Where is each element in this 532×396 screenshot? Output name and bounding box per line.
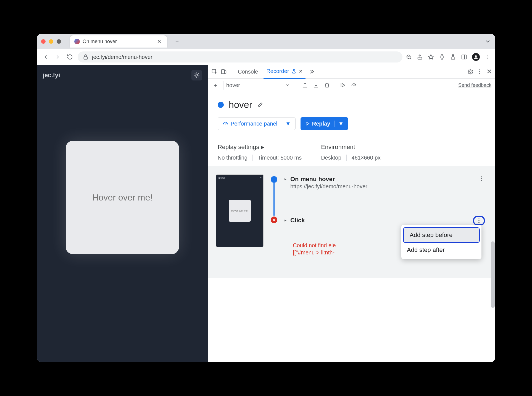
replay-settings-toggle[interactable]: Replay settings ▸: [218, 144, 302, 151]
svg-line-20: [198, 74, 198, 74]
recording-name: hover: [226, 82, 240, 88]
tabs-dropdown-icon[interactable]: [485, 38, 491, 45]
recorder-toolbar: ＋ hover Send feedback: [208, 79, 495, 92]
settings-icon[interactable]: [467, 68, 474, 75]
timeout-value: Timeout: 5000 ms: [258, 155, 302, 161]
device-toolbar-icon[interactable]: [220, 68, 227, 75]
edit-title-button[interactable]: [257, 102, 263, 108]
close-window-icon[interactable]: [41, 39, 46, 44]
new-recording-button[interactable]: ＋: [212, 82, 219, 88]
omnibox[interactable]: jec.fyi/demo/menu-hover: [78, 51, 402, 62]
svg-point-25: [479, 69, 480, 71]
tab-strip: On menu hover ✕ ＋: [37, 34, 495, 49]
hover-card[interactable]: Hover over me!: [66, 141, 179, 254]
step-thumbnail: jec.fyi ☀ Hover over me!: [216, 174, 264, 247]
zoom-icon[interactable]: [406, 54, 412, 60]
svg-line-2: [410, 58, 411, 59]
svg-line-18: [198, 77, 198, 77]
address-bar: jec.fyi/demo/menu-hover: [37, 49, 495, 65]
replay-button[interactable]: Replay ▼: [301, 117, 348, 130]
page-site-title: jec.fyi: [43, 72, 60, 79]
tab-console[interactable]: Console: [235, 65, 261, 78]
close-tab-icon[interactable]: ✕: [156, 37, 163, 46]
svg-point-10: [488, 57, 488, 58]
svg-line-17: [195, 74, 195, 74]
svg-point-26: [479, 71, 480, 72]
hover-card-text: Hover over me!: [92, 192, 153, 203]
step-dot-error-icon: ✕: [271, 217, 277, 223]
back-button[interactable]: [41, 53, 50, 61]
caret-right-icon: ▸: [285, 177, 286, 181]
menu-item-add-step-after[interactable]: Add step after: [401, 243, 481, 257]
labs-icon[interactable]: [450, 54, 456, 60]
svg-marker-31: [342, 84, 345, 87]
timeline: ✕: [269, 174, 279, 256]
close-recorder-tab-icon[interactable]: ✕: [299, 68, 303, 74]
profile-avatar[interactable]: [472, 53, 480, 61]
recording-title: hover: [229, 99, 252, 110]
step-menu-button[interactable]: [473, 216, 485, 225]
svg-line-19: [195, 77, 195, 77]
bookmark-icon[interactable]: [428, 54, 434, 60]
import-icon[interactable]: [313, 82, 319, 88]
side-panel-icon[interactable]: [461, 54, 467, 60]
inspect-icon[interactable]: [211, 68, 218, 75]
more-tabs-icon[interactable]: [308, 68, 315, 75]
settings-section: Replay settings ▸ No throttling Timeout:…: [208, 138, 495, 167]
svg-point-11: [488, 58, 488, 59]
tab-recorder[interactable]: Recorder ✕: [264, 65, 305, 79]
page-viewport: jec.fyi Hover over me!: [37, 65, 208, 362]
recording-selector[interactable]: hover: [223, 81, 293, 90]
svg-point-9: [488, 55, 488, 56]
svg-marker-5: [428, 54, 433, 59]
step-context-menu: Add step before Add step after: [401, 225, 481, 259]
maximize-window-icon[interactable]: [57, 39, 61, 44]
browser-tab[interactable]: On menu hover ✕: [70, 35, 167, 48]
window-controls: [41, 39, 61, 44]
scrollbar-thumb[interactable]: [491, 241, 495, 308]
devtools-panel: Console Recorder ✕ ✕ ＋ hover: [208, 65, 495, 362]
share-icon[interactable]: [417, 54, 423, 60]
chevron-down-icon[interactable]: ▼: [335, 121, 344, 127]
svg-point-38: [481, 180, 482, 181]
slow-replay-icon[interactable]: [351, 82, 357, 88]
step-item-click[interactable]: ▸ Click: [285, 216, 488, 225]
recorder-body: hover Performance panel ▼ Replay ▼: [208, 92, 495, 362]
theme-toggle-button[interactable]: [191, 70, 202, 80]
device-value: Desktop: [321, 155, 341, 161]
forward-button[interactable]: [53, 53, 62, 61]
step-dot-success-icon: [271, 176, 277, 183]
step-menu-button[interactable]: [479, 176, 485, 182]
svg-point-36: [481, 176, 482, 178]
close-devtools-icon[interactable]: ✕: [486, 68, 493, 75]
lock-icon: [83, 54, 89, 60]
svg-point-39: [478, 218, 480, 220]
svg-rect-6: [462, 55, 467, 59]
performance-panel-button[interactable]: Performance panel ▼: [218, 117, 296, 130]
recording-header: hover: [208, 92, 495, 117]
chrome-menu-icon[interactable]: [485, 54, 491, 60]
svg-point-24: [470, 71, 471, 72]
menu-item-add-step-before[interactable]: Add step before: [404, 228, 479, 242]
export-icon[interactable]: [302, 82, 308, 88]
send-feedback-link[interactable]: Send feedback: [458, 82, 491, 88]
timeline-connector: [273, 183, 275, 216]
svg-point-8: [475, 55, 477, 57]
step-through-icon[interactable]: [339, 82, 346, 88]
throttling-value: No throttling: [218, 155, 247, 161]
favicon-icon: [74, 39, 80, 44]
devtools-menu-icon[interactable]: [476, 68, 483, 75]
delete-icon[interactable]: [324, 82, 330, 88]
minimize-window-icon[interactable]: [49, 39, 53, 44]
reload-button[interactable]: [65, 53, 74, 61]
toolbar-actions: [406, 53, 491, 61]
devtools-tab-bar: Console Recorder ✕ ✕: [208, 65, 495, 79]
new-tab-button[interactable]: ＋: [173, 37, 181, 46]
step-item-navigate[interactable]: ▸ On menu hover https://jec.fyi/demo/men…: [285, 174, 488, 191]
extensions-icon[interactable]: [439, 54, 445, 60]
step-url: https://jec.fyi/demo/menu-hover: [290, 183, 367, 190]
svg-point-40: [478, 220, 480, 221]
caret-right-icon: ▸: [285, 218, 286, 222]
chevron-down-icon[interactable]: ▼: [282, 121, 291, 127]
step-title: On menu hover: [290, 176, 367, 183]
